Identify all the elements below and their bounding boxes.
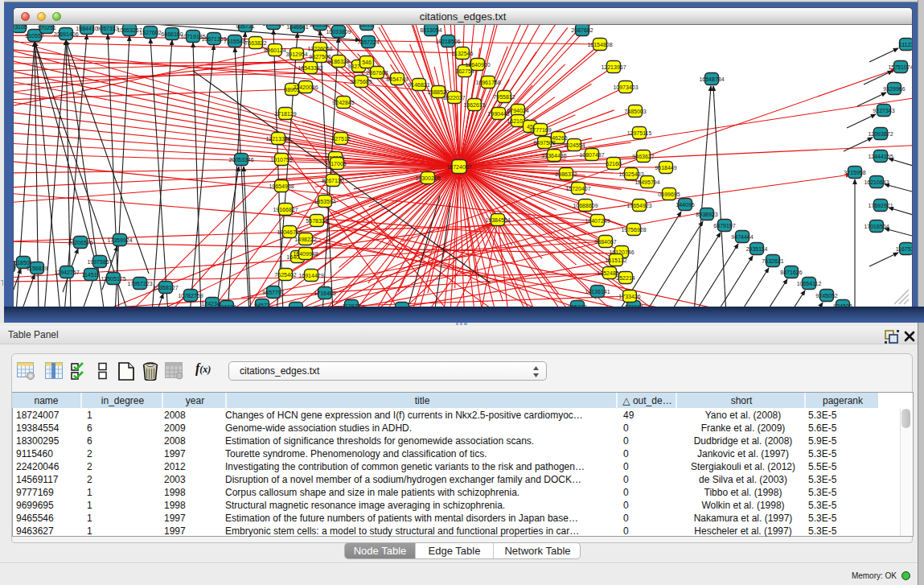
svg-text:1362615: 1362615: [463, 102, 485, 108]
svg-text:9329966: 9329966: [883, 86, 905, 92]
svg-text:16409948: 16409948: [293, 251, 318, 257]
svg-text:12505175: 12505175: [101, 276, 125, 282]
svg-text:10671355: 10671355: [201, 36, 226, 42]
svg-text:8813054: 8813054: [420, 27, 441, 33]
svg-text:124234: 124234: [217, 304, 236, 307]
svg-text:19975857: 19975857: [87, 259, 112, 265]
svg-text:18407249: 18407249: [585, 218, 610, 224]
svg-text:427512: 427512: [331, 136, 350, 142]
svg-text:17654923: 17654923: [626, 203, 651, 208]
svg-text:3024554: 3024554: [563, 142, 585, 148]
svg-text:62160: 62160: [606, 161, 622, 167]
svg-text:10973403: 10973403: [613, 84, 638, 90]
svg-text:10653267: 10653267: [117, 27, 142, 33]
svg-text:18495794: 18495794: [634, 179, 659, 185]
svg-text:965779: 965779: [568, 304, 586, 307]
svg-text:7515546: 7515546: [224, 39, 245, 44]
svg-text:10358127: 10358127: [153, 285, 178, 290]
svg-text:7485003: 7485003: [624, 109, 646, 114]
svg-text:19654938: 19654938: [269, 183, 294, 189]
svg-text:7955812: 7955812: [493, 94, 515, 100]
svg-text:7357224: 7357224: [357, 39, 379, 45]
svg-text:8813: 8813: [360, 25, 373, 27]
svg-text:10782759: 10782759: [178, 293, 203, 299]
svg-text:92450: 92450: [394, 306, 410, 307]
svg-text:20053346: 20053346: [228, 157, 253, 163]
svg-text:15720407: 15720407: [565, 186, 590, 192]
svg-text:8454749: 8454749: [386, 76, 408, 82]
svg-text:1716485: 1716485: [314, 290, 335, 296]
svg-text:1132546: 1132546: [452, 51, 474, 56]
svg-text:9245052: 9245052: [815, 293, 837, 299]
svg-text:9457791: 9457791: [262, 290, 284, 295]
svg-text:12975115: 12975115: [627, 130, 652, 136]
svg-text:1498222: 1498222: [294, 237, 316, 242]
svg-text:9474444: 9474444: [731, 234, 753, 240]
svg-text:112923: 112923: [343, 303, 361, 307]
svg-text:8960124: 8960124: [264, 47, 285, 53]
svg-text:9463627: 9463627: [632, 154, 654, 159]
svg-text:19756928: 19756928: [621, 227, 646, 233]
svg-text:19166827: 19166827: [273, 207, 298, 212]
svg-text:3912954: 3912954: [285, 51, 307, 57]
svg-text:170251: 170251: [37, 25, 55, 31]
svg-text:17359924: 17359924: [107, 237, 132, 243]
svg-text:8938923: 8938923: [696, 212, 717, 217]
svg-text:94577: 94577: [254, 303, 270, 307]
svg-text:17016504: 17016504: [864, 224, 889, 229]
svg-text:2935114: 2935114: [746, 246, 768, 252]
svg-text:6879197: 6879197: [713, 223, 735, 229]
svg-text:8322037: 8322037: [443, 95, 465, 101]
svg-text:1733426: 1733426: [618, 294, 640, 299]
svg-text:9518449: 9518449: [655, 165, 676, 171]
svg-text:10654112: 10654112: [797, 281, 822, 286]
svg-text:252214: 252214: [616, 275, 634, 281]
svg-text:10046786: 10046786: [277, 229, 302, 235]
svg-text:417006: 417006: [327, 161, 346, 167]
svg-text:905731: 905731: [236, 25, 254, 29]
svg-text:5578334: 5578334: [306, 218, 327, 224]
svg-text:1615132: 1615132: [605, 257, 626, 263]
svg-text:16210643: 16210643: [864, 179, 889, 185]
svg-text:1527602: 1527602: [139, 30, 161, 35]
svg-text:16154808: 16154808: [587, 42, 612, 47]
svg-text:10807487: 10807487: [579, 152, 604, 158]
svg-text:3215958: 3215958: [844, 170, 865, 175]
svg-text:1588520: 1588520: [427, 89, 449, 95]
svg-text:12213967: 12213967: [601, 64, 626, 70]
svg-text:17692971: 17692971: [868, 203, 893, 208]
svg-text:3875685: 3875685: [350, 79, 372, 84]
svg-text:924505: 924505: [833, 303, 852, 307]
svg-text:9242845: 9242845: [332, 100, 354, 105]
svg-text:0699695: 0699695: [658, 192, 680, 197]
svg-text:173342: 173342: [624, 304, 643, 307]
svg-text:19384554: 19384554: [485, 217, 510, 223]
svg-text:7663822: 7663822: [244, 40, 266, 46]
svg-text:9384067: 9384067: [594, 239, 616, 245]
svg-text:1065320: 1065320: [309, 25, 331, 27]
svg-text:9227343: 9227343: [873, 108, 894, 113]
svg-text:8186328: 8186328: [327, 59, 349, 64]
svg-text:12942757: 12942757: [54, 270, 79, 275]
svg-text:9777169: 9777169: [529, 127, 551, 133]
svg-text:12093872: 12093872: [868, 131, 893, 137]
svg-text:114519: 114519: [82, 272, 101, 278]
svg-text:7632621: 7632621: [762, 258, 783, 264]
svg-text:8471626: 8471626: [780, 270, 802, 275]
svg-text:19218506: 19218506: [435, 39, 460, 44]
svg-text:16543392: 16543392: [298, 65, 322, 71]
svg-text:16548784: 16548784: [699, 76, 724, 82]
svg-text:22420046: 22420046: [293, 84, 318, 90]
svg-text:12213383: 12213383: [265, 136, 290, 142]
svg-text:1167533: 1167533: [896, 246, 912, 252]
svg-text:16033809: 16033809: [326, 29, 351, 35]
svg-text:23105: 23105: [14, 25, 27, 30]
svg-text:15751074: 15751074: [888, 64, 912, 70]
svg-text:1984410: 1984410: [76, 26, 97, 31]
svg-text:1010755: 1010755: [270, 157, 292, 163]
svg-text:20206576: 20206576: [68, 240, 92, 245]
svg-text:9057313: 9057313: [97, 26, 118, 31]
svg-text:12444155: 12444155: [868, 154, 893, 159]
svg-text:20691406: 20691406: [53, 31, 78, 37]
svg-text:21364436: 21364436: [541, 153, 566, 159]
